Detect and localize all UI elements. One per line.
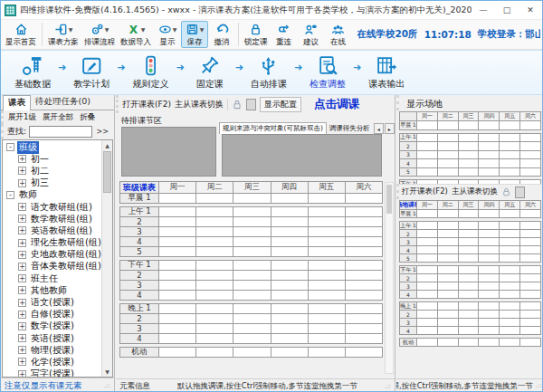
tree-item[interactable]: + 初三 bbox=[3, 177, 101, 189]
timetable-cell[interactable] bbox=[520, 209, 541, 218]
expand-icon[interactable]: + bbox=[18, 226, 26, 234]
timetable-cell[interactable] bbox=[272, 193, 309, 204]
open-timetable-button[interactable]: 打开课表(F2) bbox=[402, 186, 448, 197]
toolbar-button-home[interactable]: 显示首页 bbox=[3, 21, 39, 48]
timetable-cell[interactable] bbox=[233, 347, 271, 358]
workflow-step-plan[interactable]: 教学计划 bbox=[67, 54, 116, 91]
timetable-cell[interactable] bbox=[233, 246, 271, 257]
timetable-cell[interactable] bbox=[417, 338, 438, 347]
collapse-icon[interactable]: - bbox=[6, 191, 14, 199]
timetable-cell[interactable] bbox=[459, 290, 480, 299]
pending-periods-box[interactable] bbox=[121, 127, 216, 177]
timetable-cell[interactable] bbox=[500, 209, 520, 218]
expand-icon[interactable]: + bbox=[18, 203, 26, 211]
dropdown-arrow-icon[interactable]: ▼ bbox=[141, 26, 146, 33]
timetable-cell[interactable] bbox=[479, 167, 500, 177]
timetable-cell[interactable] bbox=[272, 333, 309, 344]
close-button[interactable]: ✕ bbox=[519, 1, 542, 19]
tree-item[interactable]: + 其他教师 bbox=[3, 284, 101, 296]
timetable-cell[interactable] bbox=[159, 333, 196, 344]
timetable-cell[interactable] bbox=[272, 347, 309, 358]
timetable-cell[interactable] bbox=[196, 347, 233, 358]
minimize-button[interactable]: — bbox=[472, 1, 495, 19]
timetable-cell[interactable] bbox=[233, 193, 271, 204]
tree-item[interactable]: + 音体美教研组(组) bbox=[3, 261, 101, 272]
expand-icon[interactable]: + bbox=[18, 263, 26, 271]
lock-icon[interactable] bbox=[501, 186, 511, 197]
tree-item[interactable]: - 教师 bbox=[3, 189, 101, 201]
scroll-down-icon[interactable]: ▼ bbox=[102, 367, 112, 377]
tree-item[interactable]: + 语文教研组(组) bbox=[3, 201, 101, 213]
timetable-cell[interactable] bbox=[520, 290, 541, 299]
tree-item[interactable]: + 史地政教研组(组) bbox=[3, 249, 101, 261]
timetable-cell[interactable] bbox=[479, 326, 500, 335]
timetable-cell[interactable] bbox=[346, 333, 383, 344]
maximize-button[interactable]: □ bbox=[495, 1, 519, 19]
timetable-cell[interactable] bbox=[272, 290, 309, 301]
scroll-up-icon[interactable]: ▲ bbox=[102, 140, 112, 150]
timetable-cell[interactable] bbox=[309, 333, 346, 344]
tree-item[interactable]: + 数学(授课) bbox=[3, 320, 101, 332]
expand-icon[interactable]: + bbox=[18, 370, 26, 377]
timetable-cell[interactable] bbox=[438, 120, 459, 130]
timetable-cell[interactable] bbox=[479, 253, 500, 263]
timetable-cell[interactable] bbox=[500, 290, 520, 299]
timetable-cell[interactable] bbox=[500, 167, 520, 177]
toolbar-button-lock[interactable]: 锁定课 bbox=[242, 21, 271, 48]
expand-icon[interactable]: + bbox=[18, 274, 26, 282]
find-input[interactable] bbox=[29, 126, 92, 138]
tree-item[interactable]: + 写字(授课) bbox=[3, 368, 101, 377]
timetable-cell[interactable] bbox=[272, 246, 309, 257]
timetable-cell[interactable] bbox=[233, 333, 271, 344]
timetable-corner-cell[interactable]: 班级课表 bbox=[119, 181, 159, 194]
toolbar-button-save[interactable]: ▼ 保存 bbox=[181, 21, 208, 48]
tab-scroll-right-icon[interactable]: ▸ bbox=[385, 123, 395, 134]
sidebar-tab[interactable]: 课表 bbox=[3, 95, 31, 110]
timetable-cell[interactable] bbox=[438, 326, 459, 335]
expand-icon[interactable]: + bbox=[18, 358, 26, 366]
toolbar-button-suggestion[interactable]: 建议 bbox=[298, 21, 325, 48]
venues-header[interactable]: 显示场地 bbox=[396, 95, 543, 110]
toolbar-button-eye[interactable]: ▼ 显示 bbox=[154, 21, 181, 48]
timetable-cell[interactable] bbox=[417, 326, 438, 335]
master-slave-switch-button[interactable]: 主从课表切换 bbox=[452, 186, 498, 197]
tree-item[interactable]: + 初二 bbox=[3, 165, 101, 177]
timetable-cell[interactable] bbox=[309, 347, 346, 358]
timetable-cell[interactable] bbox=[520, 167, 541, 177]
timetable-cell[interactable] bbox=[479, 209, 500, 218]
timetable-cell[interactable] bbox=[346, 246, 383, 257]
timetable-cell[interactable] bbox=[233, 290, 271, 301]
timetable-cell[interactable] bbox=[346, 193, 383, 204]
timetable-cell[interactable] bbox=[196, 333, 233, 344]
dropdown-arrow-icon[interactable]: ▼ bbox=[105, 26, 110, 33]
timetable-cell[interactable] bbox=[520, 326, 541, 335]
small-toggle-button[interactable] bbox=[246, 99, 256, 110]
sidebar-tab[interactable]: 待处理任务(0) bbox=[31, 95, 95, 110]
timetable-cell[interactable] bbox=[500, 338, 520, 347]
tree-scrollbar[interactable]: ▲ ▼ bbox=[101, 140, 112, 377]
workflow-step-export[interactable]: 课表输出 bbox=[362, 54, 411, 91]
expand-icon[interactable]: + bbox=[18, 167, 26, 175]
tree-item[interactable]: + 理化生教研组(组) bbox=[3, 237, 101, 249]
timetable-cell[interactable] bbox=[196, 290, 233, 301]
master-slave-switch-button[interactable]: 主从课表切换 bbox=[175, 99, 224, 110]
timetable-cell[interactable] bbox=[417, 290, 438, 299]
find-more-button[interactable]: >> bbox=[95, 128, 110, 136]
tree-item[interactable]: + 物理(授课) bbox=[3, 344, 101, 356]
toolbar-button-scheme[interactable]: ▼ 课表方案 bbox=[45, 21, 81, 48]
timetable-cell[interactable] bbox=[500, 326, 520, 335]
small-toggle-button[interactable] bbox=[515, 186, 525, 198]
scrollbar-thumb[interactable] bbox=[386, 185, 392, 214]
timetable-cell[interactable] bbox=[520, 338, 541, 347]
timetable-cell[interactable] bbox=[438, 338, 459, 347]
expand-icon[interactable]: + bbox=[18, 311, 26, 319]
collapse-icon[interactable]: - bbox=[6, 143, 14, 151]
expand-icon[interactable]: + bbox=[18, 346, 26, 354]
timetable-cell[interactable] bbox=[500, 253, 520, 263]
lock-icon[interactable] bbox=[232, 99, 243, 110]
tree-item[interactable]: - 班级 bbox=[3, 141, 101, 153]
timetable-cell[interactable] bbox=[309, 246, 346, 257]
timetable-cell[interactable] bbox=[479, 290, 500, 299]
toolbar-button-reconnect[interactable]: 重连 bbox=[271, 21, 298, 48]
grid-scrollbar[interactable] bbox=[385, 182, 394, 374]
